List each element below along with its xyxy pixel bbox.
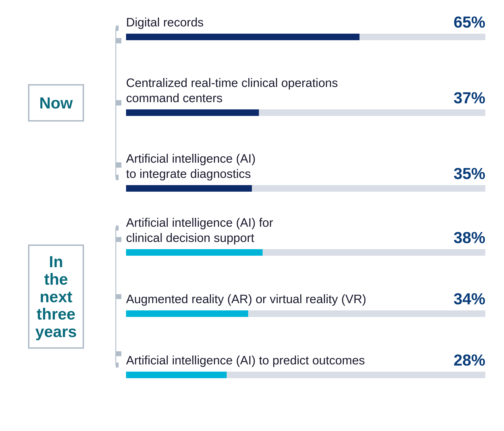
bar-item-future-1: Augmented reality (AR) or virtual realit… (126, 291, 485, 317)
bar-header-now-1: Centralized real-time clinical operation… (126, 75, 485, 106)
bar-fill-now-0 (126, 34, 360, 40)
section-now: NowDigital records65%Centralized real-ti… (19, 14, 485, 192)
bar-track-now-2 (126, 185, 485, 192)
bar-label-now-0: Digital records (126, 15, 454, 30)
label-box-future: In thenextthreeyears (28, 244, 84, 349)
bar-pct-future-0: 38% (454, 230, 485, 245)
bars-future: Artificial intelligence (AI) forclinical… (121, 215, 485, 378)
connector-now (93, 14, 121, 192)
bar-pct-now-2: 35% (454, 166, 485, 181)
bar-header-future-2: Artificial intelligence (AI) to predict … (126, 352, 485, 368)
bar-header-future-0: Artificial intelligence (AI) forclinical… (126, 215, 485, 245)
label-wrapper-now: Now (19, 14, 93, 192)
label-text-future: In thenextthreeyears (35, 253, 77, 340)
bar-item-now-0: Digital records65% (126, 14, 485, 40)
connector-future (93, 215, 121, 378)
bar-header-now-2: Artificial intelligence (AI)to integrate… (126, 151, 485, 181)
bar-label-future-1: Augmented reality (AR) or virtual realit… (126, 291, 454, 307)
bar-pct-now-0: 65% (454, 14, 485, 30)
bar-fill-now-2 (126, 185, 252, 192)
bar-pct-future-1: 34% (454, 291, 485, 307)
label-text-now: Now (39, 94, 73, 112)
label-wrapper-future: In thenextthreeyears (19, 215, 93, 378)
bar-item-future-2: Artificial intelligence (AI) to predict … (126, 352, 485, 378)
label-box-now: Now (28, 84, 84, 122)
bar-label-future-0: Artificial intelligence (AI) forclinical… (126, 215, 454, 245)
bars-now: Digital records65%Centralized real-time … (121, 14, 485, 192)
section-future: In thenextthreeyearsArtificial intellige… (19, 215, 485, 378)
bar-header-now-0: Digital records65% (126, 14, 485, 30)
bar-header-future-1: Augmented reality (AR) or virtual realit… (126, 291, 485, 307)
bar-track-future-2 (126, 372, 485, 378)
bar-fill-future-0 (126, 249, 263, 256)
bar-label-now-1: Centralized real-time clinical operation… (126, 75, 454, 106)
bar-fill-future-2 (126, 372, 227, 378)
bar-item-now-2: Artificial intelligence (AI)to integrate… (126, 151, 485, 192)
chart-wrapper: NowDigital records65%Centralized real-ti… (19, 14, 485, 402)
bar-item-now-1: Centralized real-time clinical operation… (126, 75, 485, 116)
bar-track-now-0 (126, 34, 485, 40)
bar-label-now-2: Artificial intelligence (AI)to integrate… (126, 151, 454, 181)
bar-item-future-0: Artificial intelligence (AI) forclinical… (126, 215, 485, 256)
bar-pct-future-2: 28% (454, 352, 485, 368)
bar-track-now-1 (126, 109, 485, 116)
bar-pct-now-1: 37% (454, 90, 485, 106)
bar-fill-now-1 (126, 109, 259, 116)
bar-fill-future-1 (126, 310, 248, 317)
bar-track-future-0 (126, 249, 485, 256)
bar-label-future-2: Artificial intelligence (AI) to predict … (126, 353, 454, 368)
bar-track-future-1 (126, 310, 485, 317)
